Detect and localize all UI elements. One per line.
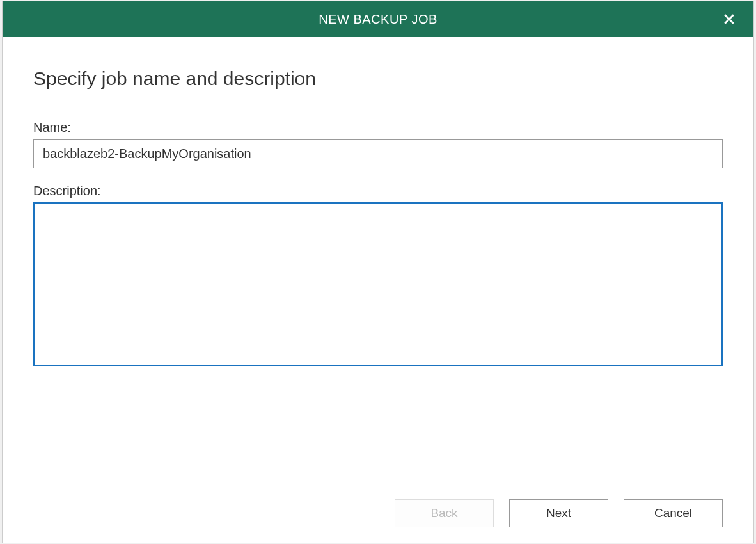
dialog-title: NEW BACKUP JOB: [319, 12, 437, 27]
name-input[interactable]: [33, 139, 723, 168]
name-field-group: Name:: [33, 120, 723, 168]
titlebar: NEW BACKUP JOB: [3, 1, 753, 37]
next-button[interactable]: Next: [509, 499, 608, 527]
cancel-button[interactable]: Cancel: [624, 499, 723, 527]
new-backup-job-dialog: NEW BACKUP JOB Specify job name and desc…: [2, 1, 754, 543]
description-field-group: Description:: [33, 184, 723, 369]
name-label: Name:: [33, 120, 723, 135]
page-heading: Specify job name and description: [33, 68, 723, 90]
dialog-content: Specify job name and description Name: D…: [3, 37, 753, 486]
dialog-footer: Back Next Cancel: [3, 486, 753, 543]
close-button[interactable]: [719, 9, 739, 29]
close-icon: [723, 13, 735, 25]
description-label: Description:: [33, 184, 723, 198]
description-input[interactable]: [33, 202, 723, 366]
back-button[interactable]: Back: [395, 499, 494, 527]
